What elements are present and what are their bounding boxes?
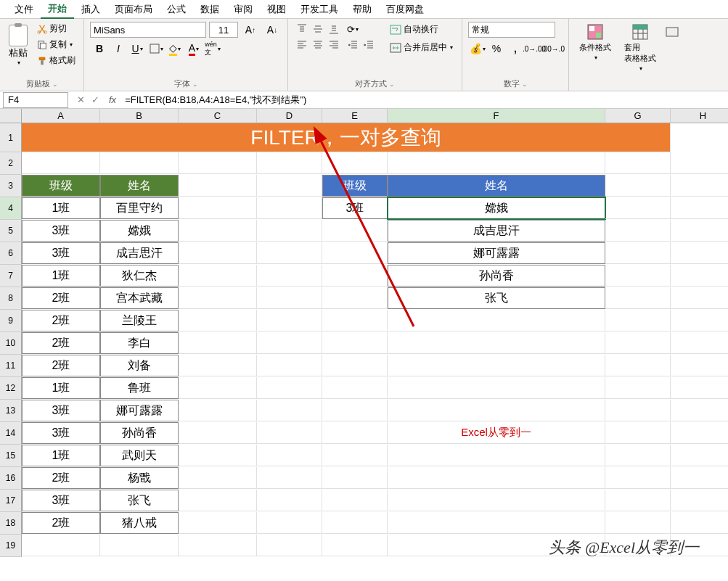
row-header-19[interactable]: 19 [0, 535, 22, 557]
cell-A17[interactable]: 3班 [22, 490, 100, 511]
increase-indent-button[interactable] [361, 38, 377, 52]
italic-button[interactable]: I [109, 41, 128, 57]
cell-G15[interactable] [605, 445, 671, 466]
cell-C4[interactable] [179, 197, 257, 219]
cell-B15[interactable]: 武则天 [100, 445, 179, 466]
cell-H6[interactable] [671, 242, 728, 264]
cell-H4[interactable] [671, 197, 728, 219]
cell-D4[interactable] [257, 197, 322, 219]
row-header-1[interactable]: 1 [0, 123, 22, 152]
menu-开始[interactable]: 开始 [41, 0, 74, 19]
cell-H10[interactable] [671, 332, 728, 354]
cell-E13[interactable] [322, 400, 388, 421]
menu-公式[interactable]: 公式 [160, 1, 193, 18]
cell-D17[interactable] [257, 490, 322, 511]
cell-E12[interactable] [322, 377, 388, 399]
cell-B19[interactable] [100, 535, 179, 556]
menu-视图[interactable]: 视图 [260, 1, 293, 18]
cell-F5[interactable]: 成吉思汗 [388, 220, 605, 242]
bold-button[interactable]: B [90, 41, 109, 57]
cell-A18[interactable]: 2班 [22, 512, 100, 534]
cell-D9[interactable] [257, 310, 322, 331]
cell-G6[interactable] [605, 242, 671, 264]
row-header-7[interactable]: 7 [0, 265, 22, 287]
menu-审阅[interactable]: 审阅 [226, 1, 260, 18]
cell-C12[interactable] [179, 377, 257, 399]
cell-D15[interactable] [257, 445, 322, 466]
row-header-6[interactable]: 6 [0, 242, 22, 265]
row-header-14[interactable]: 14 [0, 422, 22, 445]
cell-styles-button[interactable] [665, 22, 679, 42]
menu-插入[interactable]: 插入 [74, 1, 107, 18]
row-header-8[interactable]: 8 [0, 287, 22, 310]
align-bottom-button[interactable] [326, 22, 342, 36]
cell-F7[interactable]: 孙尚香 [388, 265, 605, 287]
conditional-format-button[interactable]: 条件格式▾ [575, 22, 615, 62]
underline-button[interactable]: U▾ [128, 41, 147, 57]
cell-F14[interactable]: Excel从零到一 [388, 422, 605, 444]
cell-G5[interactable] [605, 220, 671, 242]
cell-H14[interactable] [671, 422, 728, 444]
cell-B2[interactable] [100, 152, 179, 174]
cell-A4[interactable]: 1班 [22, 197, 100, 219]
cell-B3[interactable]: 姓名 [100, 175, 179, 197]
cell-B17[interactable]: 张飞 [100, 490, 179, 511]
cell-D7[interactable] [257, 265, 322, 287]
row-header-5[interactable]: 5 [0, 220, 22, 242]
fill-color-button[interactable]: ◇▾ [165, 41, 184, 57]
row-header-17[interactable]: 17 [0, 490, 22, 512]
cell-H3[interactable] [671, 175, 728, 197]
cell-E9[interactable] [322, 310, 388, 331]
cell-C18[interactable] [179, 512, 257, 534]
cell-E8[interactable] [322, 287, 388, 309]
menu-帮助[interactable]: 帮助 [345, 1, 379, 18]
wrap-text-button[interactable]: 自动换行 [387, 22, 456, 37]
decrease-indent-button[interactable] [345, 38, 361, 52]
cell-H8[interactable] [671, 287, 728, 309]
align-right-button[interactable] [326, 38, 342, 52]
col-header-B[interactable]: B [100, 109, 179, 123]
cell-G9[interactable] [605, 310, 671, 331]
cell-C16[interactable] [179, 467, 257, 489]
cell-C14[interactable] [179, 422, 257, 444]
font-size-input[interactable] [209, 22, 238, 38]
cell-B7[interactable]: 狄仁杰 [100, 265, 179, 287]
cell-E5[interactable] [322, 220, 388, 242]
col-header-D[interactable]: D [257, 109, 322, 123]
row-header-12[interactable]: 12 [0, 377, 22, 400]
cell-A10[interactable]: 2班 [22, 332, 100, 354]
cell-A5[interactable]: 3班 [22, 220, 100, 242]
cell-F8[interactable]: 张飞 [388, 287, 605, 309]
cell-F16[interactable] [388, 467, 605, 489]
cell-D12[interactable] [257, 377, 322, 399]
cell-B11[interactable]: 刘备 [100, 355, 179, 376]
decrease-font-button[interactable]: A↓ [263, 22, 282, 38]
decrease-decimal-button[interactable]: .00→.0 [544, 41, 563, 57]
row-header-9[interactable]: 9 [0, 310, 22, 332]
cell-E11[interactable] [322, 355, 388, 376]
cell-E3[interactable]: 班级 [322, 175, 388, 197]
col-header-H[interactable]: H [671, 109, 728, 123]
cell-C2[interactable] [179, 152, 257, 174]
align-middle-button[interactable] [310, 22, 326, 36]
menu-页面布局[interactable]: 页面布局 [107, 1, 160, 18]
cell-B10[interactable]: 李白 [100, 332, 179, 354]
name-box[interactable] [3, 92, 68, 108]
cell-D19[interactable] [257, 535, 322, 556]
cell-B12[interactable]: 鲁班 [100, 377, 179, 399]
cell-B6[interactable]: 成吉思汗 [100, 242, 179, 264]
cell-F9[interactable] [388, 310, 605, 331]
cell-A14[interactable]: 3班 [22, 422, 100, 444]
border-button[interactable]: ▾ [147, 41, 165, 57]
row-header-13[interactable]: 13 [0, 400, 22, 422]
cell-H2[interactable] [671, 152, 728, 174]
orientation-button[interactable]: ⟳▾ [345, 22, 361, 36]
cell-D14[interactable] [257, 422, 322, 444]
cell-C13[interactable] [179, 400, 257, 421]
cell-H15[interactable] [671, 445, 728, 466]
align-left-button[interactable] [294, 38, 310, 52]
align-center-button[interactable] [310, 38, 326, 52]
cell-C5[interactable] [179, 220, 257, 242]
cell-B9[interactable]: 兰陵王 [100, 310, 179, 331]
cell-C8[interactable] [179, 287, 257, 309]
